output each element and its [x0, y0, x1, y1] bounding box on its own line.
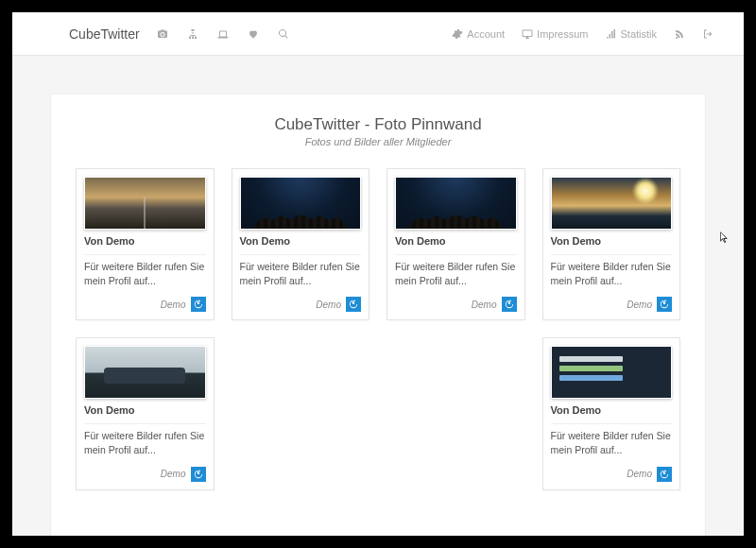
card-footer: Demo — [551, 467, 673, 482]
photo-card[interactable]: Von DemoFür weitere Bilder rufen Sie mei… — [76, 168, 215, 320]
card-description: Für weitere Bilder rufen Sie mein Profil… — [240, 260, 362, 287]
photo-card[interactable]: Von DemoFür weitere Bilder rufen Sie mei… — [232, 168, 370, 320]
card-footer-label[interactable]: Demo — [316, 300, 341, 310]
gravatar-icon[interactable] — [657, 467, 672, 482]
photo-thumbnail[interactable] — [240, 177, 362, 230]
nav-right: Account Impressum Statistik — [452, 28, 713, 40]
search-icon[interactable] — [278, 28, 289, 40]
photo-card[interactable]: Von DemoFür weitere Bilder rufen Sie mei… — [76, 337, 215, 489]
photo-thumbnail[interactable] — [551, 346, 673, 399]
camera-icon[interactable] — [157, 28, 168, 40]
heart-icon[interactable] — [248, 28, 259, 40]
card-footer: Demo — [551, 297, 673, 312]
card-description: Für weitere Bilder rufen Sie mein Profil… — [395, 260, 517, 287]
nav-statistik-label: Statistik — [620, 28, 657, 40]
card-footer: Demo — [395, 297, 517, 312]
page-subtitle: Fotos und Bilder aller Mitglieder — [76, 136, 680, 147]
card-footer-label[interactable]: Demo — [161, 300, 186, 310]
sitemap-icon[interactable] — [187, 28, 198, 40]
card-author: Von Demo — [551, 404, 673, 416]
signal-icon — [605, 28, 616, 40]
card-footer-label[interactable]: Demo — [627, 300, 652, 310]
gravatar-icon[interactable] — [191, 467, 206, 482]
card-author: Von Demo — [240, 235, 362, 247]
nav-account-label: Account — [467, 28, 505, 40]
photo-thumbnail[interactable] — [84, 346, 206, 399]
nav-impressum[interactable]: Impressum — [522, 28, 588, 40]
gravatar-icon[interactable] — [657, 297, 672, 312]
card-author: Von Demo — [551, 235, 673, 247]
gravatar-icon[interactable] — [191, 297, 206, 312]
nav-statistik[interactable]: Statistik — [605, 28, 657, 40]
photo-grid: Von DemoFür weitere Bilder rufen Sie mei… — [76, 168, 680, 490]
photo-thumbnail[interactable] — [84, 177, 206, 230]
app-frame: CubeTwitter Account Impressum Statistik — [12, 12, 744, 536]
photo-card[interactable]: Von DemoFür weitere Bilder rufen Sie mei… — [542, 337, 681, 489]
photo-thumbnail[interactable] — [551, 177, 673, 230]
sign-out-icon[interactable] — [702, 28, 713, 40]
brand[interactable]: CubeTwitter — [69, 26, 140, 42]
rss-icon[interactable] — [674, 28, 685, 40]
page-title: CubeTwitter - Foto Pinnwand — [76, 115, 680, 134]
main-panel: CubeTwitter - Foto Pinnwand Fotos und Bi… — [50, 94, 706, 536]
photo-card[interactable]: Von DemoFür weitere Bilder rufen Sie mei… — [387, 168, 525, 320]
nav-impressum-label: Impressum — [537, 28, 588, 40]
card-footer-label[interactable]: Demo — [161, 469, 186, 479]
navbar: CubeTwitter Account Impressum Statistik — [12, 12, 744, 56]
photo-card[interactable]: Von DemoFür weitere Bilder rufen Sie mei… — [542, 168, 681, 320]
photo-thumbnail[interactable] — [395, 177, 517, 230]
card-description: Für weitere Bilder rufen Sie mein Profil… — [551, 260, 673, 287]
card-author: Von Demo — [84, 235, 206, 247]
card-footer: Demo — [84, 467, 206, 482]
nav-icons-left — [157, 28, 289, 40]
gravatar-icon[interactable] — [346, 297, 361, 312]
gravatar-icon[interactable] — [502, 297, 517, 312]
card-description: Für weitere Bilder rufen Sie mein Profil… — [84, 429, 206, 456]
desktop-icon — [522, 28, 533, 40]
gear-icon — [452, 28, 463, 40]
card-footer: Demo — [84, 297, 206, 312]
card-author: Von Demo — [395, 235, 517, 247]
card-footer-label[interactable]: Demo — [472, 300, 497, 310]
card-footer-label[interactable]: Demo — [627, 469, 652, 479]
card-description: Für weitere Bilder rufen Sie mein Profil… — [551, 429, 673, 456]
card-footer: Demo — [240, 297, 362, 312]
card-author: Von Demo — [84, 404, 206, 416]
nav-account[interactable]: Account — [452, 28, 505, 40]
card-description: Für weitere Bilder rufen Sie mein Profil… — [84, 260, 206, 287]
laptop-icon[interactable] — [217, 28, 229, 40]
